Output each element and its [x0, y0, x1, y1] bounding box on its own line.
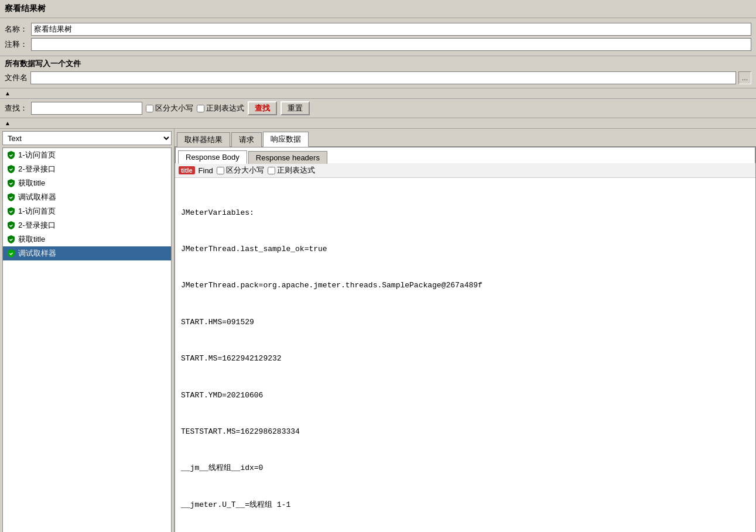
sub-tab-response-body[interactable]: Response Body [178, 150, 247, 164]
shield-icon-3 [6, 193, 16, 202]
main-window: 察看结果树 名称： 注释： 所有数据写入一个文件 文件名 … ▲ 查找： 区分大… [0, 0, 756, 532]
comment-input[interactable] [31, 38, 751, 51]
find-badge: title [179, 166, 195, 174]
case-sensitive-label[interactable]: 区分大小写 [146, 103, 193, 114]
dropdown-bar: Text [0, 129, 174, 147]
tree-list: 1-访问首页 2-登录接口 获取title [2, 147, 172, 532]
tab-request[interactable]: 请求 [231, 132, 262, 147]
tree-item-label-7: 调试取样器 [18, 248, 56, 259]
shield-icon-2 [6, 179, 16, 188]
content-line-8: __jmeter.U_T__=线程组 1-1 [181, 499, 750, 512]
content-line-2: JMeterThread.pack=org.apache.jmeter.thre… [181, 280, 750, 292]
content-line-6: TESTSTART.MS=1622986283334 [181, 426, 750, 438]
tree-item-3[interactable]: 调试取样器 [3, 190, 171, 204]
shield-icon-0 [6, 150, 16, 160]
right-panel: 取样器结果 请求 响应数据 Response Body Response [175, 129, 756, 532]
shield-icon-4 [6, 207, 16, 216]
find-regex-checkbox[interactable] [268, 167, 275, 174]
tree-item-6[interactable]: 获取title [3, 232, 171, 246]
tree-item-1[interactable]: 2-登录接口 [3, 162, 171, 176]
comment-label: 注释： [5, 39, 31, 50]
search-label: 查找： [5, 103, 28, 114]
content-line-5: START.YMD=20210606 [181, 390, 750, 402]
write-section: 所有数据写入一个文件 文件名 … [0, 56, 756, 88]
sub-tabs-row: Response Body Response headers [175, 147, 755, 163]
tree-item-label-1: 2-登录接口 [18, 164, 56, 174]
tree-item-2[interactable]: 获取title [3, 176, 171, 190]
window-title: 察看结果树 [5, 4, 46, 13]
name-row: 名称： [5, 23, 751, 36]
content-line-1: JMeterThread.last_sample_ok=true [181, 243, 750, 256]
tree-item-label-0: 1-访问首页 [18, 150, 56, 160]
file-browse-button[interactable]: … [738, 71, 751, 84]
tab-sampler-result[interactable]: 取样器结果 [177, 132, 230, 147]
tree-item-label-3: 调试取样器 [18, 192, 56, 202]
content-line-4: START.MS=1622942129232 [181, 353, 750, 365]
name-input[interactable] [31, 23, 751, 36]
shield-icon-7 [6, 249, 16, 258]
form-section: 名称： 注释： [0, 18, 756, 56]
tabs-row: 取样器结果 请求 响应数据 [175, 129, 756, 146]
shield-icon-5 [6, 221, 16, 230]
title-bar: 察看结果树 [0, 0, 756, 18]
collapse-bar-1[interactable]: ▲ [0, 88, 756, 99]
type-select[interactable]: Text [2, 131, 172, 145]
case-sensitive-checkbox[interactable] [146, 105, 153, 112]
tree-item-label-6: 获取title [18, 234, 45, 245]
collapse-arrow-2[interactable]: ▲ [5, 120, 11, 126]
text-content: JMeterVariables: JMeterThread.last_sampl… [175, 178, 755, 532]
search-bar: 查找： 区分大小写 正则表达式 查找 重置 [0, 99, 756, 118]
tree-item-label-4: 1-访问首页 [18, 206, 56, 217]
file-label: 文件名 [5, 73, 28, 83]
content-line-7: __jm__线程组__idx=0 [181, 462, 750, 475]
shield-icon-6 [6, 235, 16, 244]
find-label: Find [199, 166, 213, 175]
find-case-sensitive-label[interactable]: 区分大小写 [217, 165, 264, 176]
tab-response-data[interactable]: 响应数据 [263, 132, 309, 147]
file-row: 文件名 … [5, 71, 751, 84]
find-bar: title Find 区分大小写 正则表达式 [175, 163, 755, 178]
tree-item-label-2: 获取title [18, 178, 45, 188]
regex-checkbox[interactable] [197, 105, 204, 112]
tree-item-7[interactable]: 调试取样器 [3, 246, 171, 260]
collapse-bar-2[interactable]: ▲ [0, 118, 756, 129]
content-line-3: START.HMS=091529 [181, 317, 750, 329]
left-panel: Text 1-访问首页 2-登录接口 [0, 129, 175, 532]
tree-item-5[interactable]: 2-登录接口 [3, 218, 171, 232]
comment-row: 注释： [5, 38, 751, 51]
search-input[interactable] [31, 102, 142, 115]
tree-item-0[interactable]: 1-访问首页 [3, 148, 171, 162]
reset-button[interactable]: 重置 [280, 101, 310, 115]
content-line-0: JMeterVariables: [181, 207, 750, 219]
find-case-sensitive-checkbox[interactable] [217, 167, 224, 174]
name-label: 名称： [5, 24, 31, 35]
file-input[interactable] [30, 71, 736, 84]
sub-tab-response-headers[interactable]: Response headers [248, 151, 327, 164]
find-button[interactable]: 查找 [248, 101, 277, 115]
regex-label[interactable]: 正则表达式 [197, 103, 244, 114]
shield-icon-1 [6, 164, 16, 174]
tree-item-4[interactable]: 1-访问首页 [3, 204, 171, 218]
collapse-arrow-1[interactable]: ▲ [5, 90, 11, 97]
find-regex-label[interactable]: 正则表达式 [268, 165, 315, 176]
write-header: 所有数据写入一个文件 [5, 59, 751, 69]
tree-item-label-5: 2-登录接口 [18, 220, 56, 231]
main-content: Text 1-访问首页 2-登录接口 [0, 129, 756, 532]
content-area: Response Body Response headers title Fin… [175, 146, 756, 532]
